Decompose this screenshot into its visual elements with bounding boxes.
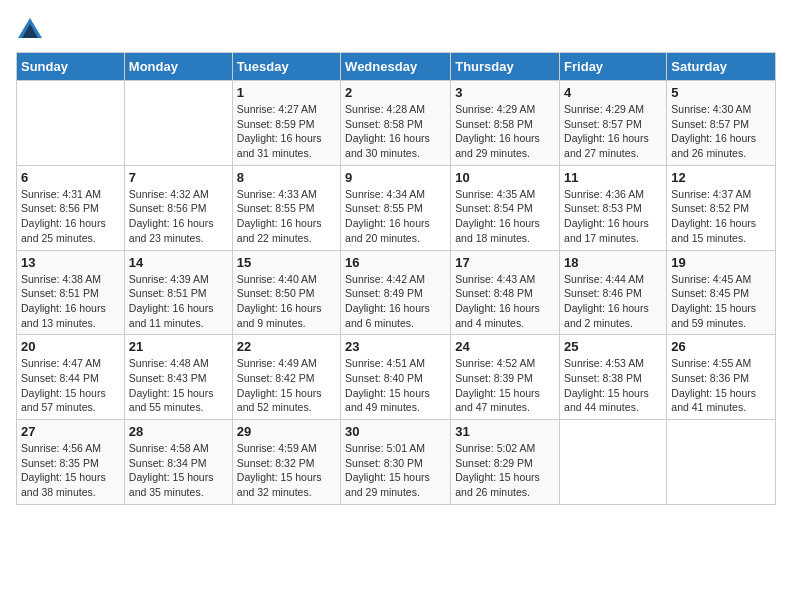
day-number: 5 xyxy=(671,85,771,100)
calendar-cell: 11Sunrise: 4:36 AM Sunset: 8:53 PM Dayli… xyxy=(560,165,667,250)
day-number: 24 xyxy=(455,339,555,354)
day-number: 18 xyxy=(564,255,662,270)
day-number: 19 xyxy=(671,255,771,270)
day-info: Sunrise: 4:58 AM Sunset: 8:34 PM Dayligh… xyxy=(129,441,228,500)
page-header xyxy=(16,16,776,44)
calendar-cell xyxy=(560,420,667,505)
day-of-week-header: Sunday xyxy=(17,53,125,81)
day-info: Sunrise: 4:34 AM Sunset: 8:55 PM Dayligh… xyxy=(345,187,446,246)
calendar-cell: 20Sunrise: 4:47 AM Sunset: 8:44 PM Dayli… xyxy=(17,335,125,420)
day-info: Sunrise: 4:55 AM Sunset: 8:36 PM Dayligh… xyxy=(671,356,771,415)
calendar-cell: 7Sunrise: 4:32 AM Sunset: 8:56 PM Daylig… xyxy=(124,165,232,250)
day-number: 4 xyxy=(564,85,662,100)
day-info: Sunrise: 4:48 AM Sunset: 8:43 PM Dayligh… xyxy=(129,356,228,415)
day-number: 27 xyxy=(21,424,120,439)
day-info: Sunrise: 4:38 AM Sunset: 8:51 PM Dayligh… xyxy=(21,272,120,331)
day-number: 21 xyxy=(129,339,228,354)
day-number: 26 xyxy=(671,339,771,354)
day-of-week-header: Tuesday xyxy=(232,53,340,81)
day-number: 8 xyxy=(237,170,336,185)
calendar-cell: 25Sunrise: 4:53 AM Sunset: 8:38 PM Dayli… xyxy=(560,335,667,420)
calendar-table: SundayMondayTuesdayWednesdayThursdayFrid… xyxy=(16,52,776,505)
day-of-week-header: Saturday xyxy=(667,53,776,81)
day-info: Sunrise: 4:47 AM Sunset: 8:44 PM Dayligh… xyxy=(21,356,120,415)
calendar-cell: 8Sunrise: 4:33 AM Sunset: 8:55 PM Daylig… xyxy=(232,165,340,250)
calendar-cell: 16Sunrise: 4:42 AM Sunset: 8:49 PM Dayli… xyxy=(341,250,451,335)
calendar-cell: 1Sunrise: 4:27 AM Sunset: 8:59 PM Daylig… xyxy=(232,81,340,166)
calendar-cell: 15Sunrise: 4:40 AM Sunset: 8:50 PM Dayli… xyxy=(232,250,340,335)
calendar-cell: 3Sunrise: 4:29 AM Sunset: 8:58 PM Daylig… xyxy=(451,81,560,166)
calendar-cell: 4Sunrise: 4:29 AM Sunset: 8:57 PM Daylig… xyxy=(560,81,667,166)
day-info: Sunrise: 4:51 AM Sunset: 8:40 PM Dayligh… xyxy=(345,356,446,415)
day-info: Sunrise: 4:36 AM Sunset: 8:53 PM Dayligh… xyxy=(564,187,662,246)
calendar-cell xyxy=(124,81,232,166)
calendar-cell: 23Sunrise: 4:51 AM Sunset: 8:40 PM Dayli… xyxy=(341,335,451,420)
day-info: Sunrise: 5:01 AM Sunset: 8:30 PM Dayligh… xyxy=(345,441,446,500)
calendar-cell: 29Sunrise: 4:59 AM Sunset: 8:32 PM Dayli… xyxy=(232,420,340,505)
calendar-week-row: 27Sunrise: 4:56 AM Sunset: 8:35 PM Dayli… xyxy=(17,420,776,505)
calendar-cell: 27Sunrise: 4:56 AM Sunset: 8:35 PM Dayli… xyxy=(17,420,125,505)
day-info: Sunrise: 4:29 AM Sunset: 8:57 PM Dayligh… xyxy=(564,102,662,161)
day-info: Sunrise: 4:42 AM Sunset: 8:49 PM Dayligh… xyxy=(345,272,446,331)
calendar-cell: 24Sunrise: 4:52 AM Sunset: 8:39 PM Dayli… xyxy=(451,335,560,420)
calendar-cell: 31Sunrise: 5:02 AM Sunset: 8:29 PM Dayli… xyxy=(451,420,560,505)
day-info: Sunrise: 4:44 AM Sunset: 8:46 PM Dayligh… xyxy=(564,272,662,331)
day-number: 13 xyxy=(21,255,120,270)
day-of-week-header: Monday xyxy=(124,53,232,81)
day-info: Sunrise: 4:52 AM Sunset: 8:39 PM Dayligh… xyxy=(455,356,555,415)
calendar-header-row: SundayMondayTuesdayWednesdayThursdayFrid… xyxy=(17,53,776,81)
day-info: Sunrise: 4:53 AM Sunset: 8:38 PM Dayligh… xyxy=(564,356,662,415)
day-info: Sunrise: 4:56 AM Sunset: 8:35 PM Dayligh… xyxy=(21,441,120,500)
calendar-cell: 28Sunrise: 4:58 AM Sunset: 8:34 PM Dayli… xyxy=(124,420,232,505)
calendar-cell: 21Sunrise: 4:48 AM Sunset: 8:43 PM Dayli… xyxy=(124,335,232,420)
day-info: Sunrise: 4:35 AM Sunset: 8:54 PM Dayligh… xyxy=(455,187,555,246)
day-number: 17 xyxy=(455,255,555,270)
calendar-cell: 12Sunrise: 4:37 AM Sunset: 8:52 PM Dayli… xyxy=(667,165,776,250)
day-number: 22 xyxy=(237,339,336,354)
day-number: 1 xyxy=(237,85,336,100)
calendar-week-row: 13Sunrise: 4:38 AM Sunset: 8:51 PM Dayli… xyxy=(17,250,776,335)
day-number: 16 xyxy=(345,255,446,270)
day-number: 15 xyxy=(237,255,336,270)
day-info: Sunrise: 4:43 AM Sunset: 8:48 PM Dayligh… xyxy=(455,272,555,331)
calendar-cell: 10Sunrise: 4:35 AM Sunset: 8:54 PM Dayli… xyxy=(451,165,560,250)
calendar-cell: 19Sunrise: 4:45 AM Sunset: 8:45 PM Dayli… xyxy=(667,250,776,335)
day-of-week-header: Wednesday xyxy=(341,53,451,81)
day-number: 9 xyxy=(345,170,446,185)
day-number: 29 xyxy=(237,424,336,439)
day-number: 14 xyxy=(129,255,228,270)
day-info: Sunrise: 4:32 AM Sunset: 8:56 PM Dayligh… xyxy=(129,187,228,246)
day-number: 12 xyxy=(671,170,771,185)
calendar-cell: 30Sunrise: 5:01 AM Sunset: 8:30 PM Dayli… xyxy=(341,420,451,505)
logo-icon xyxy=(16,16,44,44)
day-info: Sunrise: 4:27 AM Sunset: 8:59 PM Dayligh… xyxy=(237,102,336,161)
day-info: Sunrise: 4:49 AM Sunset: 8:42 PM Dayligh… xyxy=(237,356,336,415)
calendar-cell xyxy=(17,81,125,166)
day-number: 30 xyxy=(345,424,446,439)
day-number: 7 xyxy=(129,170,228,185)
day-number: 2 xyxy=(345,85,446,100)
day-info: Sunrise: 4:28 AM Sunset: 8:58 PM Dayligh… xyxy=(345,102,446,161)
day-number: 10 xyxy=(455,170,555,185)
day-of-week-header: Friday xyxy=(560,53,667,81)
day-info: Sunrise: 4:29 AM Sunset: 8:58 PM Dayligh… xyxy=(455,102,555,161)
day-info: Sunrise: 5:02 AM Sunset: 8:29 PM Dayligh… xyxy=(455,441,555,500)
calendar-cell: 26Sunrise: 4:55 AM Sunset: 8:36 PM Dayli… xyxy=(667,335,776,420)
calendar-cell: 5Sunrise: 4:30 AM Sunset: 8:57 PM Daylig… xyxy=(667,81,776,166)
calendar-cell: 17Sunrise: 4:43 AM Sunset: 8:48 PM Dayli… xyxy=(451,250,560,335)
calendar-week-row: 1Sunrise: 4:27 AM Sunset: 8:59 PM Daylig… xyxy=(17,81,776,166)
day-of-week-header: Thursday xyxy=(451,53,560,81)
calendar-cell: 13Sunrise: 4:38 AM Sunset: 8:51 PM Dayli… xyxy=(17,250,125,335)
calendar-week-row: 6Sunrise: 4:31 AM Sunset: 8:56 PM Daylig… xyxy=(17,165,776,250)
day-info: Sunrise: 4:45 AM Sunset: 8:45 PM Dayligh… xyxy=(671,272,771,331)
logo xyxy=(16,16,48,44)
calendar-cell: 22Sunrise: 4:49 AM Sunset: 8:42 PM Dayli… xyxy=(232,335,340,420)
day-number: 31 xyxy=(455,424,555,439)
calendar-cell: 2Sunrise: 4:28 AM Sunset: 8:58 PM Daylig… xyxy=(341,81,451,166)
day-info: Sunrise: 4:39 AM Sunset: 8:51 PM Dayligh… xyxy=(129,272,228,331)
calendar-cell: 9Sunrise: 4:34 AM Sunset: 8:55 PM Daylig… xyxy=(341,165,451,250)
calendar-cell xyxy=(667,420,776,505)
day-number: 20 xyxy=(21,339,120,354)
day-number: 3 xyxy=(455,85,555,100)
day-info: Sunrise: 4:31 AM Sunset: 8:56 PM Dayligh… xyxy=(21,187,120,246)
